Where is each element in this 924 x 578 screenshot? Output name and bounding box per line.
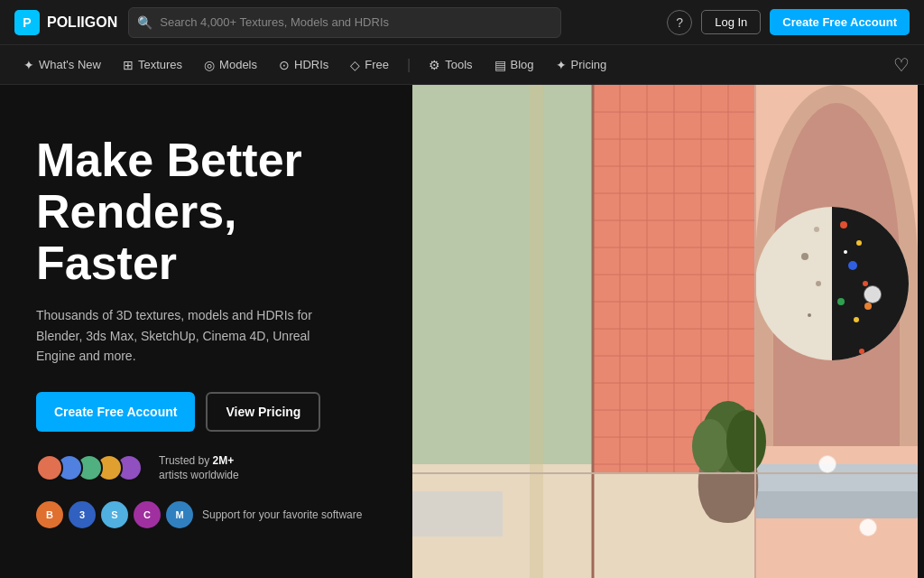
wishlist-button[interactable]: ♡ (893, 54, 910, 76)
avatar-stack (36, 454, 135, 481)
nav-item-textures[interactable]: ⊞ Textures (114, 52, 191, 78)
hero-buttons: Create Free Account View Pricing (36, 392, 370, 432)
hero-title: Make Better Renders, Faster (36, 135, 370, 290)
hero-title-line3: Faster (36, 237, 177, 289)
svg-point-40 (808, 313, 811, 317)
tools-icon: ⚙ (429, 58, 440, 72)
hero-image (406, 85, 924, 578)
software-icon-2: S (101, 501, 128, 528)
nav-item-free[interactable]: ◇ Free (341, 52, 398, 78)
blog-icon: ▤ (494, 58, 506, 72)
hero-section: Make Better Renders, Faster Thousands of… (0, 85, 406, 578)
search-bar: 🔍 (128, 7, 561, 38)
svg-point-28 (840, 221, 847, 228)
create-account-header-button[interactable]: Create Free Account (770, 9, 910, 35)
svg-point-35 (844, 250, 847, 254)
software-icon-4: M (166, 501, 193, 528)
svg-point-56 (819, 456, 836, 472)
search-icon: 🔍 (137, 15, 152, 30)
svg-point-30 (848, 261, 857, 270)
svg-point-38 (801, 253, 808, 260)
logo[interactable]: P POLIIGON (14, 10, 117, 35)
support-label: Support for your favorite software (202, 508, 362, 521)
logo-text: POLIIGON (47, 14, 117, 31)
svg-point-31 (863, 281, 868, 286)
nav-item-tools[interactable]: ⚙ Tools (420, 52, 481, 78)
main-content: Make Better Renders, Faster Thousands of… (0, 85, 924, 578)
software-row: B3SCM Support for your favorite software (36, 501, 370, 528)
svg-rect-49 (412, 491, 503, 536)
trust-label: artists worldwide (159, 469, 239, 481)
svg-point-34 (864, 303, 872, 310)
nav-item-models[interactable]: ◎ Models (195, 52, 266, 78)
login-button[interactable]: Log In (701, 10, 761, 34)
trust-count: 2M+ (213, 454, 235, 467)
svg-point-48 (726, 410, 766, 473)
svg-point-33 (854, 317, 859, 322)
svg-point-47 (692, 419, 728, 473)
nav-label-tools: Tools (445, 58, 472, 71)
nav-divider: | (407, 57, 411, 73)
trust-row: Trusted by 2M+ artists worldwide (36, 453, 370, 484)
help-button[interactable]: ? (667, 10, 692, 35)
models-icon: ◎ (204, 58, 215, 72)
nav: ✦ What's New ⊞ Textures ◎ Models ⊙ HDRIs… (0, 45, 924, 85)
nav-label-blog: Blog (511, 58, 534, 71)
nav-item-blog[interactable]: ▤ Blog (485, 52, 543, 78)
svg-point-32 (837, 298, 845, 305)
nav-label-whats-new: What's New (39, 58, 101, 71)
svg-point-36 (859, 349, 864, 354)
svg-rect-1 (412, 85, 593, 464)
logo-icon: P (14, 10, 40, 35)
nav-label-pricing: Pricing (571, 58, 607, 71)
nav-item-hdris[interactable]: ⊙ HDRIs (270, 52, 337, 78)
svg-point-57 (860, 519, 876, 536)
trust-prefix: Trusted by (159, 454, 209, 467)
software-icon-0: B (36, 501, 63, 528)
software-icon-3: C (134, 501, 161, 528)
hero-image-container (406, 85, 924, 578)
free-icon: ◇ (350, 58, 360, 72)
svg-point-29 (856, 240, 862, 246)
header-right: ? Log In Create Free Account (667, 9, 910, 35)
nav-label-hdris: HDRIs (294, 58, 328, 71)
trust-text: Trusted by 2M+ artists worldwide (159, 453, 239, 484)
search-input[interactable] (128, 7, 561, 38)
svg-rect-43 (755, 491, 918, 518)
hero-title-line2: Renders, (36, 185, 237, 238)
avatar-0 (36, 454, 63, 481)
pricing-icon: ✦ (556, 58, 567, 72)
hero-description: Thousands of 3D textures, models and HDR… (36, 305, 325, 366)
nav-item-pricing[interactable]: ✦ Pricing (547, 52, 616, 78)
nav-label-models: Models (219, 58, 257, 71)
svg-point-39 (816, 281, 821, 286)
header: P POLIIGON 🔍 ? Log In Create Free Accoun… (0, 0, 924, 45)
support-text: Support for your favorite software (202, 508, 362, 523)
software-icons: B3SCM (36, 501, 193, 528)
textures-icon: ⊞ (123, 58, 134, 72)
whats-new-icon: ✦ (23, 58, 34, 72)
hdris-icon: ⊙ (279, 58, 290, 72)
svg-point-37 (814, 227, 819, 232)
software-icon-1: 3 (69, 501, 96, 528)
nav-label-textures: Textures (138, 58, 182, 71)
svg-point-53 (864, 286, 881, 303)
view-pricing-button[interactable]: View Pricing (206, 392, 320, 432)
svg-rect-41 (530, 85, 543, 578)
hero-title-line1: Make Better (36, 134, 302, 186)
nav-item-whats-new[interactable]: ✦ What's New (14, 52, 110, 78)
nav-right: ♡ (893, 54, 910, 76)
nav-label-free: Free (365, 58, 389, 71)
create-account-hero-button[interactable]: Create Free Account (36, 392, 195, 432)
